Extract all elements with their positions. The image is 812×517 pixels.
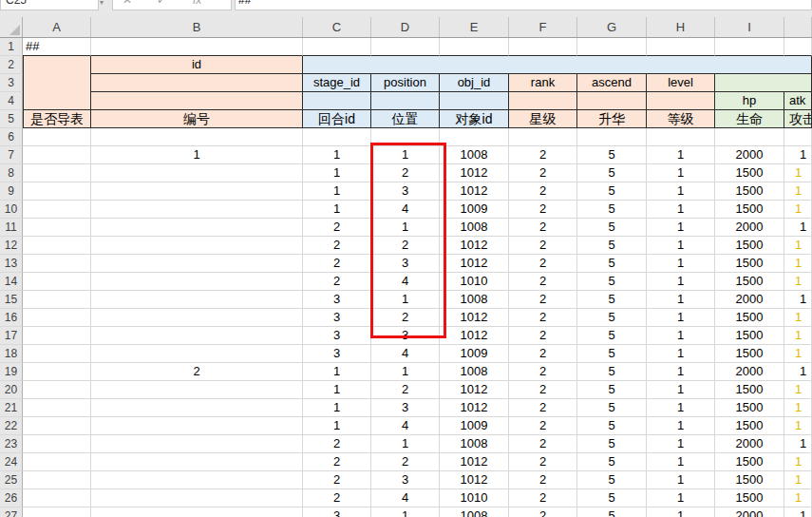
cell-A27[interactable] xyxy=(23,507,91,517)
row-header-10[interactable]: 10 xyxy=(0,201,23,219)
column-header-H[interactable]: H xyxy=(647,17,715,37)
cell-C14[interactable]: 2 xyxy=(303,273,371,291)
cell-A7[interactable] xyxy=(23,146,91,164)
cell-A25[interactable] xyxy=(23,471,91,489)
cell-G15[interactable]: 5 xyxy=(577,291,647,309)
cell-J7[interactable]: 1 xyxy=(784,146,812,164)
cell-G27[interactable]: 5 xyxy=(577,507,647,517)
cell-J21[interactable]: 1 xyxy=(784,399,812,417)
cell-J19[interactable]: 1 xyxy=(784,363,812,381)
cell-D25[interactable]: 3 xyxy=(371,471,440,489)
cell-D22[interactable]: 4 xyxy=(371,417,440,435)
cell-F23[interactable]: 2 xyxy=(509,435,577,453)
cell-G7[interactable]: 5 xyxy=(577,146,647,164)
name-box[interactable]: C25 xyxy=(0,0,99,10)
cell-B10[interactable] xyxy=(91,201,303,219)
cell-C20[interactable]: 1 xyxy=(303,381,371,399)
select-all-corner[interactable] xyxy=(0,17,23,37)
cell-A19[interactable] xyxy=(23,363,91,381)
cell-A14[interactable] xyxy=(23,273,91,291)
cell-I18[interactable]: 1500 xyxy=(715,345,784,363)
cell-B16[interactable] xyxy=(91,309,303,327)
cell-E21[interactable]: 1012 xyxy=(440,399,509,417)
cell-J9[interactable]: 1 xyxy=(784,182,812,201)
header-ascend-cn[interactable]: 升华 xyxy=(577,110,647,128)
cell-H17[interactable]: 1 xyxy=(647,327,715,345)
cell-F21[interactable]: 2 xyxy=(509,399,577,417)
cell-F25[interactable]: 2 xyxy=(509,471,577,489)
cell-I15[interactable]: 2000 xyxy=(715,291,784,309)
cell-F8[interactable]: 2 xyxy=(509,164,577,182)
cell-A22[interactable] xyxy=(23,417,91,435)
cell-F17[interactable]: 2 xyxy=(509,327,577,345)
cell-D7[interactable]: 1 xyxy=(371,146,440,164)
cell-F27[interactable]: 2 xyxy=(509,507,577,517)
cell-D13[interactable]: 3 xyxy=(371,255,440,273)
cell-H21[interactable]: 1 xyxy=(647,399,715,417)
row-header-26[interactable]: 26 xyxy=(0,489,23,507)
cell-H6[interactable] xyxy=(647,128,715,146)
cell-H12[interactable]: 1 xyxy=(647,237,715,255)
cell-E1[interactable] xyxy=(440,38,509,56)
cell-H26[interactable]: 1 xyxy=(647,489,715,507)
cell-G6[interactable] xyxy=(577,128,647,146)
cell-J22[interactable]: 1 xyxy=(784,417,812,435)
cell-B14[interactable] xyxy=(91,273,303,291)
cell-G8[interactable]: 5 xyxy=(577,164,647,182)
cell-E26[interactable]: 1010 xyxy=(440,489,509,507)
cell-H4[interactable] xyxy=(647,92,715,110)
cell-I25[interactable]: 1500 xyxy=(715,471,784,489)
row-header-21[interactable]: 21 xyxy=(0,399,23,417)
cell-F6[interactable] xyxy=(509,128,577,146)
row-header-14[interactable]: 14 xyxy=(0,273,23,291)
cell-G11[interactable]: 5 xyxy=(577,219,647,237)
cell-G1[interactable] xyxy=(577,38,647,56)
cell-H10[interactable]: 1 xyxy=(647,201,715,219)
cell-E4[interactable] xyxy=(440,92,509,110)
cell-C8[interactable]: 1 xyxy=(303,164,371,182)
cell-A8[interactable] xyxy=(23,164,91,182)
cell-A21[interactable] xyxy=(23,399,91,417)
cell-H8[interactable]: 1 xyxy=(647,164,715,182)
cell-E7[interactable]: 1008 xyxy=(440,146,509,164)
cell-E6[interactable] xyxy=(440,128,509,146)
cell-D17[interactable]: 3 xyxy=(371,327,440,345)
cell-D23[interactable]: 1 xyxy=(371,435,440,453)
cell-C18[interactable]: 3 xyxy=(303,345,371,363)
cell-C1[interactable] xyxy=(303,38,371,56)
cell-J1[interactable] xyxy=(784,38,812,56)
cell-J17[interactable]: 1 xyxy=(784,327,812,345)
cancel-icon[interactable]: ✕ xyxy=(123,0,132,11)
cell-I1[interactable] xyxy=(715,38,784,56)
column-header-E[interactable]: E xyxy=(440,17,509,37)
cell-E19[interactable]: 1008 xyxy=(440,363,509,381)
cell-D27[interactable]: 1 xyxy=(371,507,440,517)
cell-D6[interactable] xyxy=(371,128,440,146)
cell-I17[interactable]: 1500 xyxy=(715,327,784,345)
cell-D11[interactable]: 1 xyxy=(371,219,440,237)
cell-H13[interactable]: 1 xyxy=(647,255,715,273)
header-id[interactable]: id xyxy=(91,56,303,74)
header-obj-id[interactable]: obj_id xyxy=(440,74,509,92)
cell-E16[interactable]: 1012 xyxy=(440,309,509,327)
name-box-dropdown-icon[interactable]: ▾ xyxy=(100,0,104,7)
cell-C23[interactable]: 2 xyxy=(303,435,371,453)
cell-B19[interactable]: 2 xyxy=(91,363,303,381)
column-header-C[interactable]: C xyxy=(303,17,371,37)
row-header-17[interactable]: 17 xyxy=(0,327,23,345)
cell-I12[interactable]: 1500 xyxy=(715,237,784,255)
cell-H9[interactable]: 1 xyxy=(647,182,715,201)
cell-F26[interactable]: 2 xyxy=(509,489,577,507)
cell-E24[interactable]: 1012 xyxy=(440,453,509,471)
cell-A24[interactable] xyxy=(23,453,91,471)
column-header-J[interactable] xyxy=(784,17,812,37)
cell-E25[interactable]: 1012 xyxy=(440,471,509,489)
cell-E22[interactable]: 1009 xyxy=(440,417,509,435)
cell-B24[interactable] xyxy=(91,453,303,471)
header-position-cn[interactable]: 位置 xyxy=(371,110,440,128)
cell-A13[interactable] xyxy=(23,255,91,273)
cell-C7[interactable]: 1 xyxy=(303,146,371,164)
cell-I7[interactable]: 2000 xyxy=(715,146,784,164)
cell-D12[interactable]: 2 xyxy=(371,237,440,255)
cell-F24[interactable]: 2 xyxy=(509,453,577,471)
